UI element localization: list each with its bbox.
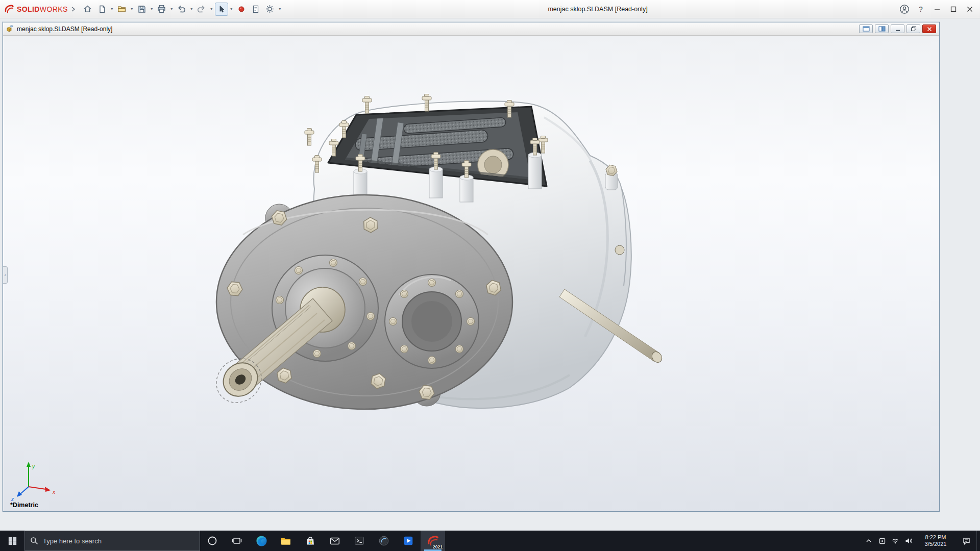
maximize-icon: [948, 4, 959, 14]
solidworks-app-button[interactable]: 2021: [421, 531, 445, 551]
options-button[interactable]: [263, 3, 277, 16]
search-icon: [30, 537, 38, 545]
cortana-button[interactable]: [200, 531, 225, 551]
brand-works: WORKS: [40, 5, 68, 13]
svg-text:y: y: [32, 464, 35, 469]
restore-icon: [911, 26, 917, 32]
store-button[interactable]: [298, 531, 323, 551]
close-button[interactable]: [962, 2, 978, 16]
home-icon: [83, 5, 92, 13]
redo-icon: [197, 5, 206, 13]
graphics-viewport[interactable]: y x z *Dimetric ‹: [3, 36, 939, 511]
minimize-icon: [895, 27, 901, 32]
edge-button[interactable]: [249, 531, 274, 551]
doc-close-button[interactable]: [922, 24, 936, 33]
chevron-up-icon: [865, 537, 872, 544]
undo-icon: [177, 5, 186, 13]
options-gear-icon: [265, 5, 274, 13]
windows-start-icon: [7, 536, 18, 546]
select-tool-dropdown[interactable]: ▾: [229, 3, 234, 16]
rebuild-icon: [237, 5, 246, 13]
help-icon: ?: [916, 4, 926, 14]
tile-windows-button[interactable]: [859, 24, 873, 33]
output-bearing-cover[interactable]: [385, 274, 479, 368]
store-icon: [304, 535, 316, 547]
task-view-icon: [231, 535, 242, 546]
minimize-icon: [932, 4, 942, 14]
print-icon: [157, 5, 166, 13]
terminal-app-icon: [353, 535, 365, 547]
help-button[interactable]: ?: [913, 2, 929, 16]
taskbar-clock[interactable]: 8:22 PM 3/5/2021: [915, 531, 956, 551]
task-view-button[interactable]: [225, 531, 249, 551]
solidworks-logo-icon: [4, 4, 14, 14]
open-file-dropdown[interactable]: ▾: [129, 3, 135, 16]
search-input[interactable]: [43, 537, 194, 545]
show-desktop-button[interactable]: [976, 531, 980, 551]
document-title: menjac sklop.SLDASM [Read-only]: [17, 26, 112, 33]
network-button[interactable]: [889, 531, 902, 551]
triad-y-axis: y: [27, 462, 35, 487]
app-titlebar: SOLIDWORKS ▾ ▾ ▾: [0, 0, 980, 18]
print-dropdown[interactable]: ▾: [169, 3, 175, 16]
undo-button[interactable]: [175, 3, 188, 16]
document-window-controls: [859, 24, 936, 33]
orientation-triad: y x z: [8, 457, 59, 503]
file-explorer-button[interactable]: [274, 531, 298, 551]
maximize-button[interactable]: [945, 2, 962, 16]
open-file-button[interactable]: [115, 3, 129, 16]
tray-app-button[interactable]: [875, 531, 889, 551]
mail-icon: [329, 535, 341, 547]
volume-button[interactable]: [902, 531, 915, 551]
undo-dropdown[interactable]: ▾: [189, 3, 194, 16]
close-icon: [965, 4, 975, 14]
app-title: menjac sklop.SLDASM [Read-only]: [548, 0, 647, 18]
save-dropdown[interactable]: ▾: [149, 3, 155, 16]
clock-time: 8:22 PM: [925, 534, 946, 541]
doc-minimize-button[interactable]: [891, 24, 904, 33]
file-explorer-icon: [280, 535, 292, 547]
action-center-button[interactable]: [956, 531, 976, 551]
minimize-button[interactable]: [929, 2, 945, 16]
account-button[interactable]: [896, 2, 913, 16]
triad-x-axis: x: [29, 487, 56, 495]
brand-solid: SOLID: [17, 5, 40, 13]
terminal-app-button[interactable]: [347, 531, 372, 551]
file-properties-icon: [252, 5, 260, 13]
save-icon: [138, 5, 146, 13]
save-button[interactable]: [135, 3, 149, 16]
rebuild-button[interactable]: [235, 3, 248, 16]
media-app-button[interactable]: [396, 531, 421, 551]
new-file-dropdown[interactable]: ▾: [109, 3, 115, 16]
close-icon: [926, 27, 933, 32]
options-dropdown[interactable]: ▾: [277, 3, 283, 16]
taskbar-search-box[interactable]: [24, 531, 200, 551]
brand-expand-chevron-icon[interactable]: [70, 6, 76, 12]
home-button[interactable]: [81, 3, 94, 16]
new-file-button[interactable]: [95, 3, 109, 16]
print-button[interactable]: [155, 3, 168, 16]
round-app-button[interactable]: [372, 531, 396, 551]
tile-window-icon: [863, 26, 870, 32]
triad-z-axis: z: [11, 487, 29, 502]
redo-button[interactable]: [195, 3, 208, 16]
new-file-icon: [98, 5, 106, 13]
mail-button[interactable]: [323, 531, 347, 551]
round-app-icon: [378, 535, 390, 547]
tray-expand-button[interactable]: [862, 531, 875, 551]
doc-restore-button[interactable]: [906, 24, 920, 33]
select-tool-button[interactable]: [215, 3, 228, 16]
tray-app-icon: [878, 537, 886, 545]
cascade-windows-button[interactable]: [875, 24, 889, 33]
redo-dropdown[interactable]: ▾: [209, 3, 214, 16]
network-icon: [891, 537, 899, 545]
clock-date: 3/5/2021: [925, 541, 947, 547]
select-cursor-icon: [217, 5, 226, 13]
brand-wordmark: SOLIDWORKS: [17, 5, 68, 13]
file-properties-button[interactable]: [249, 3, 262, 16]
svg-text:x: x: [52, 489, 56, 495]
start-button[interactable]: [0, 531, 24, 551]
document-titlebar[interactable]: menjac sklop.SLDASM [Read-only]: [3, 22, 939, 36]
feature-tree-collapse-tab[interactable]: ‹: [3, 266, 8, 284]
gearbox-assembly-model[interactable]: [3, 36, 939, 511]
